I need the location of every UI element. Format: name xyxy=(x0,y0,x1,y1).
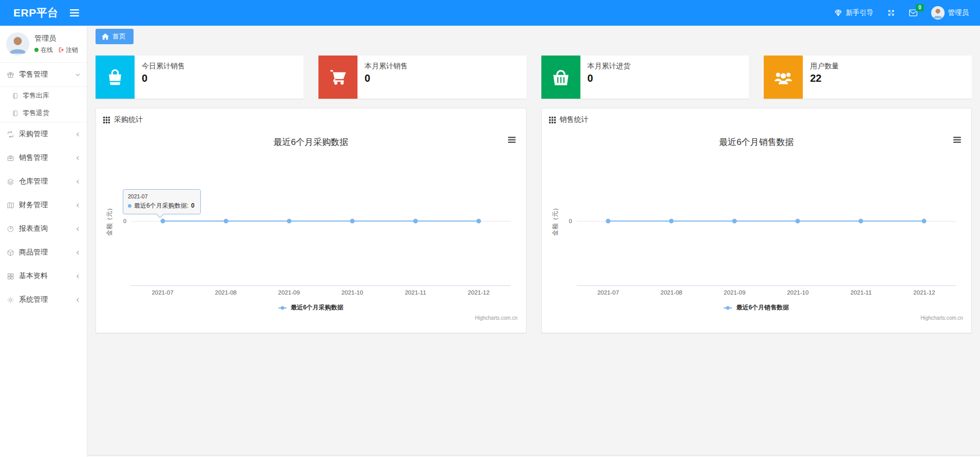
data-point[interactable] xyxy=(732,218,737,223)
user-menu[interactable]: 管理员 xyxy=(931,6,969,20)
stat-card-label: 今日累计销售 xyxy=(142,62,185,71)
chart-title: 最近6个月销售数据 xyxy=(547,136,967,148)
legend[interactable]: 最近6个月销售数据 xyxy=(547,303,967,312)
sidebar-menu: 零售管理 零售出库 零售退货 采购管理 xyxy=(0,63,87,312)
fullscreen-button[interactable] xyxy=(887,9,895,17)
sidebar-item-retail[interactable]: 零售管理 xyxy=(0,63,87,86)
stat-card-label: 本月累计销售 xyxy=(365,62,408,71)
x-axis-label: 2021-09 xyxy=(724,289,745,296)
stat-card-month-sales[interactable]: 本月累计销售 0 xyxy=(318,56,526,99)
username-label: 管理员 xyxy=(948,8,969,17)
th-grid-icon xyxy=(549,117,556,123)
top-navbar: ERP平台 新手引导 0 管理员 xyxy=(0,0,980,26)
stat-card-month-purchase[interactable]: 本月累计进货 0 xyxy=(541,56,749,99)
messages-button[interactable]: 0 xyxy=(909,9,918,17)
chevron-left-icon xyxy=(75,179,81,185)
chevron-left-icon xyxy=(75,273,81,279)
stat-card-label: 用户数量 xyxy=(810,62,839,71)
logout-link[interactable]: 注销 xyxy=(58,46,78,54)
data-point[interactable] xyxy=(796,218,800,223)
sidebar-item-finance[interactable]: 财务管理 xyxy=(0,193,87,217)
x-axis-label: 2021-08 xyxy=(215,289,237,296)
credits-link[interactable]: Highcharts.com.cn xyxy=(920,315,963,321)
sign-out-icon xyxy=(58,47,64,53)
newbie-guide-label: 新手引导 xyxy=(846,8,874,17)
legend[interactable]: 最近6个月采购数据 xyxy=(101,303,521,312)
brand-logo[interactable]: ERP平台 xyxy=(0,6,59,20)
th-large-icon xyxy=(6,272,14,280)
data-point[interactable] xyxy=(413,218,418,223)
panel-header: 销售统计 xyxy=(542,108,972,130)
sidebar-item-retail-outbound[interactable]: 零售出库 xyxy=(0,87,87,104)
sidebar-item-warehouse[interactable]: 仓库管理 xyxy=(0,170,87,193)
gem-icon xyxy=(834,9,842,17)
data-point[interactable] xyxy=(476,218,481,223)
gift-icon xyxy=(6,71,14,79)
online-status-label: 在线 xyxy=(41,46,53,54)
stat-card-value: 0 xyxy=(142,72,185,84)
stat-cards-row: 今日累计销售 0 本月累计销售 0 本月累计进货 0 xyxy=(96,56,972,99)
chevron-left-icon xyxy=(75,250,81,255)
purchase-chart: 最近6个月采购数据 金额（元） 0 2021-072021-082021-092… xyxy=(101,130,521,327)
layers-icon xyxy=(6,178,14,186)
plot-area: 0 2021-072021-082021-092021-102021-11202… xyxy=(577,156,956,286)
gear-icon xyxy=(6,296,14,304)
sidebar-item-sales[interactable]: 销售管理 xyxy=(0,146,87,170)
sidebar-item-label: 商品管理 xyxy=(19,248,70,257)
sidebar-item-retail-return[interactable]: 零售退货 xyxy=(0,104,87,122)
data-point[interactable] xyxy=(160,218,165,223)
tab-home[interactable]: 首页 xyxy=(96,29,134,44)
data-point[interactable] xyxy=(606,218,611,223)
y-axis-title: 金额（元） xyxy=(551,215,559,236)
avatar xyxy=(931,6,945,20)
x-axis-label: 2021-07 xyxy=(152,289,173,296)
avatar xyxy=(6,32,29,56)
data-point[interactable] xyxy=(287,218,291,223)
tooltip-value: 0 xyxy=(191,202,195,209)
briefcase-icon xyxy=(6,154,14,162)
x-axis-label: 2021-12 xyxy=(913,289,935,296)
credits-link[interactable]: Highcharts.com.cn xyxy=(475,315,518,321)
sidebar-item-system[interactable]: 系统管理 xyxy=(0,288,87,312)
x-axis-label: 2021-11 xyxy=(405,289,426,296)
data-point[interactable] xyxy=(922,218,927,223)
sidebar-item-label: 报表查询 xyxy=(19,224,70,233)
hamburger-icon xyxy=(70,9,79,16)
data-point[interactable] xyxy=(859,218,863,223)
y-axis-title: 金额（元） xyxy=(105,215,114,236)
sidebar-item-goods[interactable]: 商品管理 xyxy=(0,241,87,264)
stat-card-value: 0 xyxy=(588,72,631,84)
sidebar-item-label: 系统管理 xyxy=(19,295,70,304)
sidebar-username: 管理员 xyxy=(34,34,78,43)
sidebar-item-label: 零售管理 xyxy=(19,70,70,79)
logout-label: 注销 xyxy=(66,46,78,54)
chart-title: 最近6个月采购数据 xyxy=(101,136,521,148)
stat-card-today-sales[interactable]: 今日累计销售 0 xyxy=(96,56,304,99)
chart-context-menu-button[interactable] xyxy=(952,136,962,144)
home-icon xyxy=(102,33,109,40)
chevron-left-icon xyxy=(75,203,81,208)
chevron-left-icon xyxy=(75,297,81,303)
data-point[interactable] xyxy=(350,218,354,223)
sales-chart: 最近6个月销售数据 金额（元） 0 2021-072021-082021-092… xyxy=(547,130,967,327)
y-axis-tick-label: 0 xyxy=(569,218,572,224)
legend-label: 最近6个月销售数据 xyxy=(736,303,789,312)
data-point[interactable] xyxy=(669,218,674,223)
plot-area: 0 2021-072021-082021-092021-102021-11202… xyxy=(131,156,511,286)
newbie-guide-button[interactable]: 新手引导 xyxy=(834,8,874,17)
chevron-left-icon xyxy=(75,226,81,232)
sidebar-item-reports[interactable]: 报表查询 xyxy=(0,217,87,241)
th-grid-icon xyxy=(103,117,110,123)
sidebar-item-purchase[interactable]: 采购管理 xyxy=(0,122,87,146)
fullscreen-arrows-icon xyxy=(887,9,895,17)
sidebar-item-basic-data[interactable]: 基本资料 xyxy=(0,264,87,288)
sidebar-user-panel: 管理员 在线 注销 xyxy=(0,26,87,63)
messages-count-badge: 0 xyxy=(916,4,924,11)
sidebar-item-label: 财务管理 xyxy=(19,200,70,210)
chart-context-menu-button[interactable] xyxy=(507,136,517,144)
data-point[interactable] xyxy=(223,218,228,223)
pie-chart-icon xyxy=(6,225,14,233)
hamburger-icon xyxy=(508,137,516,143)
sidebar-toggle-button[interactable] xyxy=(70,9,79,16)
stat-card-user-count[interactable]: 用户数量 22 xyxy=(764,56,972,99)
